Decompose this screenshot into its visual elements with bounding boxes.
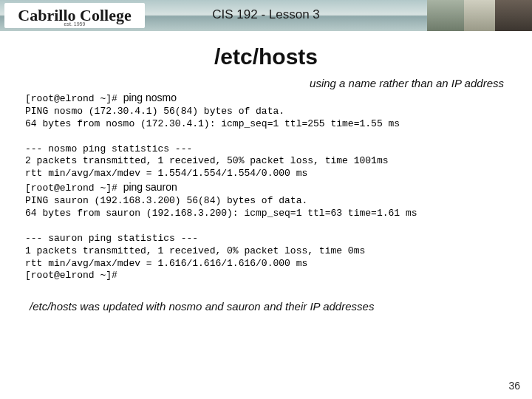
header-photo bbox=[427, 0, 532, 31]
ping-command-1: ping nosmo bbox=[123, 92, 177, 103]
logo-subtext: est. 1959 bbox=[64, 21, 86, 27]
terminal-output: [root@elrond ~]# ping nosmo PING nosmo (… bbox=[0, 91, 532, 282]
footnote: /etc/hosts was updated with nosmo and sa… bbox=[0, 300, 532, 313]
page-title: /etc/hosts bbox=[0, 44, 532, 69]
ping-output-1: PING nosmo (172.30.4.1) 56(84) bytes of … bbox=[25, 106, 400, 179]
shell-prompt: [root@elrond ~]# bbox=[25, 93, 123, 104]
page-number: 36 bbox=[508, 380, 520, 392]
shell-prompt: [root@elrond ~]# bbox=[25, 183, 123, 194]
subtitle: using a name rather than an IP address bbox=[0, 77, 532, 89]
ping-output-2: PING sauron (192.168.3.200) 56(84) bytes… bbox=[25, 195, 417, 281]
ping-command-2: ping sauron bbox=[123, 181, 177, 193]
header-bar: Cabrillo College est. 1959 CIS 192 - Les… bbox=[0, 0, 532, 31]
